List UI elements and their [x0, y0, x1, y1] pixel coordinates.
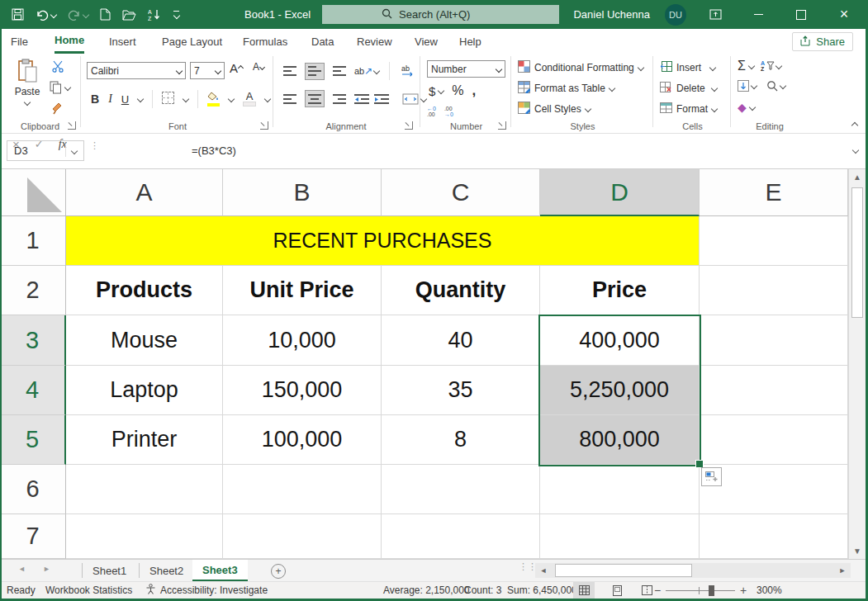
close-button[interactable]: ×	[830, 0, 858, 29]
scroll-left-arrow-icon[interactable]: ◄	[535, 563, 552, 578]
number-dialog-launcher[interactable]	[498, 121, 506, 130]
delete-cells-button[interactable]: × Delete	[660, 79, 717, 97]
cell-d4[interactable]: 5,250,000	[540, 366, 700, 415]
cell-b5[interactable]: 100,000	[223, 415, 382, 465]
cell-a4[interactable]: Laptop	[66, 366, 223, 415]
zoom-in-button[interactable]: +	[740, 582, 747, 599]
tab-view[interactable]: View	[415, 29, 438, 54]
sheet-tab-sheet1[interactable]: Sheet1	[83, 560, 136, 581]
italic-button[interactable]: I	[108, 92, 112, 106]
find-select-button[interactable]	[766, 80, 785, 92]
borders-button[interactable]	[162, 92, 174, 106]
row-header-5[interactable]: 5	[0, 415, 66, 465]
cell-e1[interactable]	[700, 216, 848, 266]
align-right-button[interactable]	[330, 90, 349, 107]
cell-c2[interactable]: Quantity	[382, 266, 540, 315]
select-all-corner[interactable]	[0, 169, 66, 216]
bold-button[interactable]: B	[91, 92, 99, 106]
alignment-dialog-launcher[interactable]	[405, 121, 413, 130]
increase-indent-button[interactable]	[374, 94, 389, 104]
row-header-6[interactable]: 6	[0, 465, 66, 514]
zoom-slider-thumb[interactable]	[709, 585, 714, 596]
paste-button[interactable]: Paste	[10, 59, 45, 109]
scroll-up-arrow-icon[interactable]: ▲	[849, 169, 866, 185]
row-header-3[interactable]: 3	[0, 315, 66, 366]
name-box[interactable]: D3	[7, 140, 84, 161]
horizontal-scrollbar[interactable]: ◄ ►	[535, 563, 851, 578]
column-header-e[interactable]: E	[700, 169, 848, 216]
zoom-out-button[interactable]: −	[654, 582, 661, 599]
cell-c4[interactable]: 35	[382, 366, 540, 415]
open-file-icon[interactable]	[122, 9, 136, 21]
scroll-right-arrow-icon[interactable]: ►	[834, 563, 851, 578]
cell-styles-button[interactable]: Cell Styles	[518, 100, 591, 118]
clipboard-dialog-launcher[interactable]	[68, 121, 76, 130]
formula-bar-splitter[interactable]: ⋮	[90, 144, 99, 148]
number-format-combo[interactable]: Number	[427, 60, 505, 78]
cell-d3-active[interactable]: 400,000	[540, 315, 700, 366]
normal-view-button[interactable]	[573, 582, 595, 599]
cell-d5[interactable]: 800,000	[540, 415, 700, 465]
underline-button[interactable]: U	[121, 93, 129, 106]
search-box[interactable]: Search (Alt+Q)	[322, 5, 559, 24]
scroll-down-arrow-icon[interactable]: ▼	[849, 543, 866, 559]
column-header-a[interactable]: A	[66, 169, 223, 216]
decrease-decimal-button[interactable]: .00→0	[444, 106, 453, 117]
accounting-format-button[interactable]: $	[429, 84, 443, 98]
tab-insert[interactable]: Insert	[109, 29, 136, 54]
font-dialog-launcher[interactable]	[260, 121, 268, 130]
cell-a1-title[interactable]: RECENT PURCHASES	[66, 216, 700, 266]
workbook-statistics-button[interactable]: Workbook Statistics	[45, 582, 132, 599]
collapse-ribbon-chevron-icon[interactable]	[851, 122, 858, 129]
increase-decimal-button[interactable]: ←0.00	[427, 106, 436, 117]
column-header-b[interactable]: B	[223, 169, 382, 216]
cell-a2[interactable]: Products	[66, 266, 223, 315]
cell-c7[interactable]	[382, 514, 540, 559]
column-header-c[interactable]: C	[382, 169, 540, 216]
insert-cells-button[interactable]: Insert	[660, 59, 715, 77]
row-header-2[interactable]: 2	[0, 266, 66, 315]
orientation-button[interactable]: ab↗	[354, 65, 379, 77]
formula-input[interactable]: =(B3*C3)	[192, 140, 236, 161]
conditional-formatting-button[interactable]: Conditional Formatting	[518, 59, 643, 77]
percent-style-button[interactable]: %	[452, 83, 463, 98]
font-name-combo[interactable]: Calibri	[87, 62, 186, 79]
cell-e6[interactable]	[700, 465, 848, 514]
copy-button[interactable]	[50, 81, 70, 94]
format-cells-button[interactable]: Format	[660, 100, 717, 118]
maximize-button[interactable]	[787, 0, 815, 29]
redo-button[interactable]	[68, 9, 88, 21]
accessibility-status[interactable]: Accessibility: Investigate	[145, 582, 268, 599]
font-size-combo[interactable]: 7	[190, 62, 225, 79]
cell-e7[interactable]	[700, 514, 848, 559]
vertical-scrollbar-thumb[interactable]	[851, 187, 863, 318]
sort-filter-button[interactable]: AZ	[761, 60, 781, 72]
sheet-nav-left-icon[interactable]: ◄	[18, 565, 26, 573]
sheet-nav-right-icon[interactable]: ►	[43, 565, 50, 573]
cell-e5[interactable]	[700, 415, 848, 465]
sheet-tab-sheet3-active[interactable]: Sheet3	[192, 560, 248, 581]
wrap-text-button[interactable]: ab	[401, 65, 416, 77]
ribbon-display-options-icon[interactable]	[701, 0, 729, 29]
new-file-icon[interactable]	[100, 8, 111, 21]
cell-a6[interactable]	[66, 465, 223, 514]
clear-button[interactable]: ◆	[738, 102, 755, 113]
cell-a3[interactable]: Mouse	[66, 315, 223, 366]
cell-c3[interactable]: 40	[382, 315, 540, 366]
autofill-options-button[interactable]	[701, 467, 722, 486]
align-top-button[interactable]	[280, 63, 300, 80]
sheet-tab-sheet2[interactable]: Sheet2	[140, 560, 193, 581]
new-sheet-button[interactable]: +	[271, 564, 286, 579]
tab-home[interactable]: Home	[55, 29, 84, 54]
cell-a7[interactable]	[66, 514, 223, 559]
decrease-font-size-button[interactable]: A	[253, 61, 264, 73]
tab-splitter-dots[interactable]: ⋮⋮	[519, 561, 537, 572]
tab-data[interactable]: Data	[311, 29, 334, 54]
vertical-scrollbar[interactable]: ▲ ▼	[848, 169, 866, 559]
horizontal-scrollbar-thumb[interactable]	[555, 564, 692, 577]
page-layout-view-button[interactable]	[606, 582, 628, 599]
row-header-7[interactable]: 7	[0, 514, 66, 559]
increase-font-size-button[interactable]: A	[230, 61, 243, 75]
tab-file[interactable]: File	[11, 29, 28, 54]
cell-e4[interactable]	[700, 366, 848, 415]
